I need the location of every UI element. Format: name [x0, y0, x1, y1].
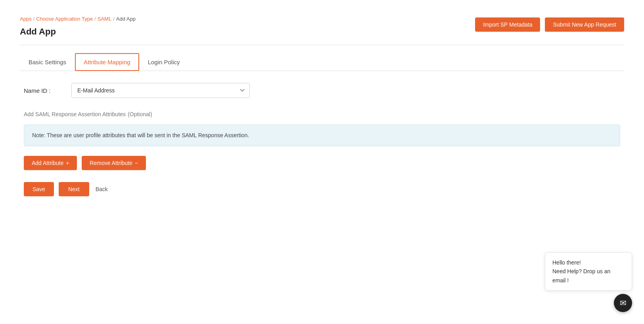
breadcrumb-add-app: Add App [116, 16, 136, 22]
submit-new-app-request-button[interactable]: Submit New App Request [545, 17, 624, 32]
info-note-text: Note: These are user profile attributes … [32, 131, 612, 140]
chat-widget: Hello there! Need Help? Drop us an email… [545, 252, 632, 312]
tab-login-policy[interactable]: Login Policy [139, 53, 189, 71]
add-attribute-label: Add Attribute [32, 160, 63, 166]
tab-bar: Basic Settings Attribute Mapping Login P… [20, 53, 624, 71]
action-buttons: Save Next Back [24, 182, 620, 196]
add-icon: + [66, 160, 69, 166]
saml-heading-optional: (Optional) [128, 111, 152, 117]
chat-toggle-button[interactable]: ✉ [614, 294, 632, 312]
chat-hello-text: Hello there! [552, 258, 625, 267]
separator-1: / [33, 16, 35, 22]
section-divider [20, 45, 624, 45]
breadcrumb-apps[interactable]: Apps [20, 16, 32, 22]
saml-heading-text: Add SAML Response Assertion Attributes [24, 111, 126, 117]
tab-basic-settings[interactable]: Basic Settings [20, 53, 75, 71]
saml-heading-container: Add SAML Response Assertion Attributes (… [24, 110, 620, 118]
name-id-select[interactable]: E-Mail Address Username Phone Number [71, 83, 250, 98]
back-button[interactable]: Back [94, 182, 109, 196]
separator-3: / [113, 16, 115, 22]
remove-attribute-label: Remove Attribute [90, 160, 132, 166]
breadcrumb-saml[interactable]: SAML [98, 16, 111, 22]
chat-bubble: Hello there! Need Help? Drop us an email… [545, 252, 632, 291]
tab-attribute-mapping[interactable]: Attribute Mapping [75, 53, 139, 71]
name-id-label: Name ID : [24, 87, 63, 94]
save-button[interactable]: Save [24, 182, 54, 196]
attribute-buttons: Add Attribute + Remove Attribute − [24, 156, 620, 170]
form-section: Name ID : E-Mail Address Username Phone … [20, 83, 624, 196]
separator-2: / [94, 16, 96, 22]
page-title: Add App [20, 27, 136, 37]
remove-icon: − [135, 160, 138, 166]
add-attribute-button[interactable]: Add Attribute + [24, 156, 77, 170]
info-box: Note: These are user profile attributes … [24, 125, 620, 146]
breadcrumb-choose-app-type[interactable]: Choose Application Type [36, 16, 93, 22]
breadcrumb: Apps / Choose Application Type / SAML / … [20, 16, 136, 22]
name-id-row: Name ID : E-Mail Address Username Phone … [24, 83, 620, 98]
saml-heading: Add SAML Response Assertion Attributes (… [24, 110, 620, 118]
next-button[interactable]: Next [59, 182, 89, 196]
import-sp-metadata-button[interactable]: Import SP Metadata [475, 17, 540, 32]
chat-help-text: Need Help? Drop us an email ! [552, 267, 625, 285]
chat-envelope-icon: ✉ [620, 298, 627, 308]
remove-attribute-button[interactable]: Remove Attribute − [82, 156, 146, 170]
